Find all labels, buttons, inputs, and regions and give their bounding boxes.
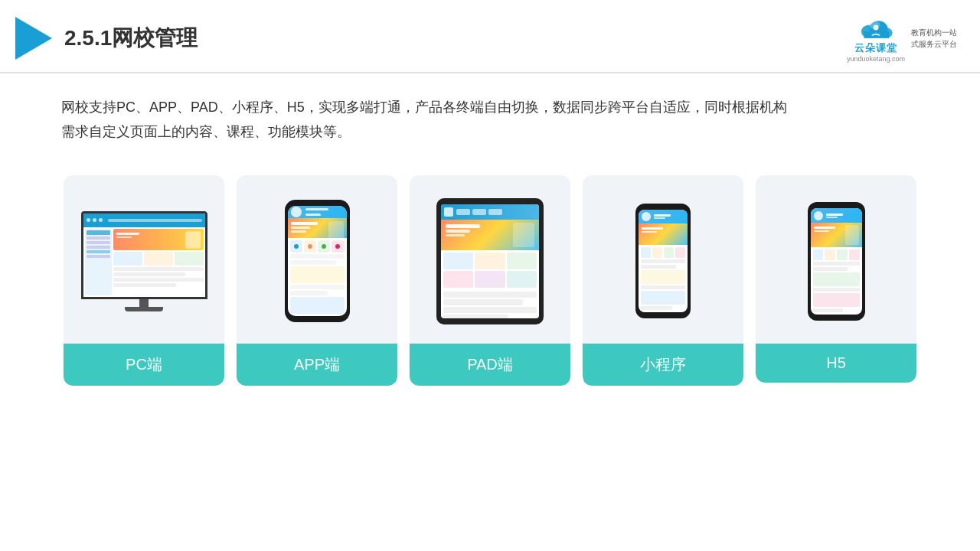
phone-notch <box>306 200 328 204</box>
pc-card-image <box>64 175 224 344</box>
monitor-neck <box>139 299 149 307</box>
brand-logo: 云朵课堂 yunduoketang.com <box>847 14 905 63</box>
pc-card-label: PC端 <box>64 344 224 386</box>
logo-triangle-icon <box>15 17 52 60</box>
description-section: 网校支持PC、APP、PAD、小程序、H5，实现多端打通，产品各终端自由切换，数… <box>0 73 980 152</box>
app-card-label: APP端 <box>237 344 397 386</box>
pc-monitor-mockup <box>81 211 207 311</box>
h5-card-image <box>756 175 916 344</box>
header-right: 云朵课堂 yunduoketang.com 教育机构一站式服务云平台 <box>847 14 957 63</box>
app-card-image <box>237 175 397 344</box>
cards-container: PC端 <box>0 152 980 409</box>
phone-screen <box>288 206 347 316</box>
pad-card-image <box>410 175 570 344</box>
app-phone-mockup <box>285 200 350 322</box>
miniprogram-card-label: 小程序 <box>583 344 743 386</box>
miniprogram-card-image <box>583 175 743 344</box>
brand-cloud-icon <box>856 14 896 41</box>
phone-small-screen <box>639 210 688 312</box>
tablet-screen <box>441 204 539 318</box>
h5-card: H5 <box>756 175 916 383</box>
h5-phone-screen <box>811 208 862 315</box>
page-title: 2.5.1网校管理 <box>64 24 198 53</box>
svg-point-5 <box>874 25 879 31</box>
monitor-screen <box>81 211 207 299</box>
page-header: 2.5.1网校管理 云朵课堂 yunduoketang.com 教育机构一站式服… <box>0 0 980 73</box>
header-left: 2.5.1网校管理 <box>15 17 198 60</box>
h5-phone-mockup <box>808 202 865 321</box>
monitor-base <box>125 307 163 311</box>
description-line2: 需求自定义页面上的内容、课程、功能模块等。 <box>61 119 919 144</box>
brand-tagline: 教育机构一站式服务云平台 <box>911 27 957 50</box>
h5-card-label: H5 <box>756 344 916 383</box>
pad-card: PAD端 <box>410 175 570 386</box>
brand-name: 云朵课堂 <box>854 41 897 55</box>
app-card: APP端 <box>237 175 397 386</box>
phone-small-notch <box>654 204 672 207</box>
miniprogram-card: 小程序 <box>583 175 743 386</box>
pad-card-label: PAD端 <box>410 344 570 386</box>
h5-phone-notch <box>827 202 845 206</box>
pad-tablet-mockup <box>436 198 544 324</box>
pc-card: PC端 <box>64 175 224 386</box>
miniprogram-phone-mockup <box>635 204 691 318</box>
brand-url: yunduoketang.com <box>847 55 905 63</box>
description-line1: 网校支持PC、APP、PAD、小程序、H5，实现多端打通，产品各终端自由切换，数… <box>61 95 919 119</box>
